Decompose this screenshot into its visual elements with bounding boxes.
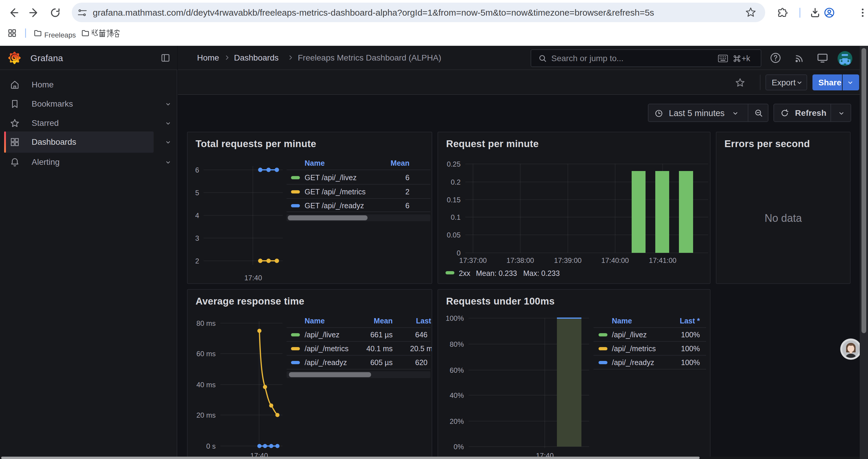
svg-text:40.1 ms: 40.1 ms xyxy=(366,345,393,353)
svg-text:17:37:00: 17:37:00 xyxy=(459,256,487,264)
svg-text:GET /api/_/livez: GET /api/_/livez xyxy=(305,173,356,182)
svg-text:20.5 ms: 20.5 ms xyxy=(410,345,432,353)
svg-text:/api/_/metrics: /api/_/metrics xyxy=(305,345,349,353)
svg-text:Last *: Last * xyxy=(680,317,700,325)
svg-text:Mean: 0.233: Mean: 0.233 xyxy=(476,269,517,277)
svg-text:Name: Name xyxy=(305,317,325,325)
svg-text:80 ms: 80 ms xyxy=(196,319,216,327)
svg-text:100%: 100% xyxy=(681,330,700,339)
svg-text:100%: 100% xyxy=(681,358,700,366)
svg-text:0.05: 0.05 xyxy=(447,231,461,239)
svg-text:GET /api/_/readyz: GET /api/_/readyz xyxy=(305,201,364,210)
svg-text:/api/_/metrics: /api/_/metrics xyxy=(612,345,656,353)
svg-text:4: 4 xyxy=(195,211,199,220)
svg-text:6: 6 xyxy=(195,166,199,174)
svg-text:GET /api/_/metrics: GET /api/_/metrics xyxy=(305,188,366,196)
svg-text:2: 2 xyxy=(405,188,409,196)
svg-text:100%: 100% xyxy=(446,314,464,322)
svg-text:20 ms: 20 ms xyxy=(196,411,216,419)
svg-text:0.15: 0.15 xyxy=(447,196,461,204)
svg-text:6: 6 xyxy=(405,173,409,182)
svg-text:0: 0 xyxy=(457,249,461,257)
svg-text:60%: 60% xyxy=(450,366,464,374)
svg-text:646: 646 xyxy=(415,330,428,339)
svg-text:17:41:00: 17:41:00 xyxy=(649,256,676,264)
svg-text:Name: Name xyxy=(305,159,325,167)
svg-text:17:38:00: 17:38:00 xyxy=(506,256,534,264)
svg-text:Mean: Mean xyxy=(391,159,409,167)
svg-text:20%: 20% xyxy=(450,417,464,425)
svg-text:0.25: 0.25 xyxy=(447,160,461,168)
svg-text:0%: 0% xyxy=(454,443,464,451)
svg-text:Name: Name xyxy=(612,317,632,325)
svg-text:40%: 40% xyxy=(450,391,464,399)
svg-text:2xx: 2xx xyxy=(459,269,470,277)
svg-text:17:39:00: 17:39:00 xyxy=(554,256,582,264)
svg-text:17:40:00: 17:40:00 xyxy=(601,256,629,264)
svg-text:60 ms: 60 ms xyxy=(196,350,216,358)
svg-text:6: 6 xyxy=(405,201,409,210)
svg-text:/api/_/readyz: /api/_/readyz xyxy=(305,358,347,366)
svg-text:/api/_/readyz: /api/_/readyz xyxy=(612,358,654,366)
svg-text:Last *: Last * xyxy=(416,317,432,325)
svg-text:2: 2 xyxy=(195,257,199,265)
svg-text:620: 620 xyxy=(415,358,428,366)
svg-text:0.1: 0.1 xyxy=(451,213,461,221)
svg-text:/api/_/livez: /api/_/livez xyxy=(612,330,647,339)
svg-text:/api/_/livez: /api/_/livez xyxy=(305,330,339,339)
svg-text:Max: 0.233: Max: 0.233 xyxy=(523,269,560,277)
svg-text:Mean: Mean xyxy=(374,317,393,325)
svg-text:661 µs: 661 µs xyxy=(370,330,393,339)
svg-text:0.2: 0.2 xyxy=(451,178,461,186)
svg-text:80%: 80% xyxy=(450,340,464,348)
svg-text:605 µs: 605 µs xyxy=(370,358,393,366)
svg-text:5: 5 xyxy=(195,189,199,197)
svg-text:40 ms: 40 ms xyxy=(196,381,216,389)
svg-text:100%: 100% xyxy=(681,345,700,353)
svg-text:0 s: 0 s xyxy=(206,442,216,450)
svg-text:3: 3 xyxy=(195,234,199,242)
svg-text:17:40: 17:40 xyxy=(244,274,262,282)
